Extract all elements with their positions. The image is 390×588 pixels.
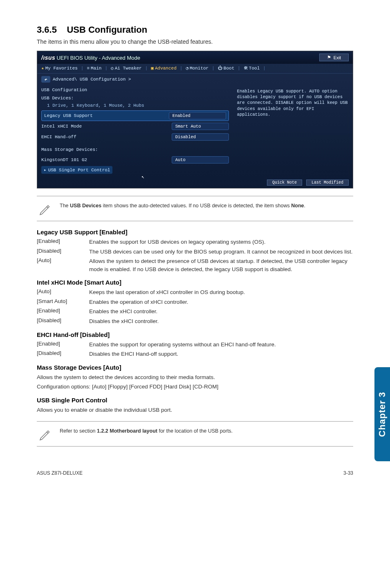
usb-single-line1: Allows you to enable or disable the indi… <box>37 406 353 414</box>
ehci-heading: EHCI Hand-off [Disabled] <box>37 331 353 338</box>
opt-val: Enables the support for operating system… <box>89 341 353 349</box>
pencil-icon <box>37 426 53 442</box>
star-icon <box>41 65 44 71</box>
page-footer: ASUS Z87I-DELUXE 3-33 <box>0 470 390 486</box>
ehci-value[interactable]: Disabled <box>172 133 229 141</box>
opt-key: [Disabled] <box>37 248 82 254</box>
opt-xhci-enabled: [Enabled]Enables the xHCI controller. <box>37 307 353 316</box>
row-usb-single-port[interactable]: ▸ USB Single Port Control <box>41 166 112 174</box>
tab-advanced-label: Advanced <box>155 66 177 71</box>
ehci-label: EHCI Hand-off <box>41 135 172 139</box>
pencil-icon <box>37 200 53 217</box>
cursor-icon: ↖ <box>141 174 144 180</box>
kingston-label: KingstonDT 101 G2 <box>41 157 172 162</box>
flag-icon <box>327 55 331 60</box>
tab-advanced[interactable]: Advanced <box>151 65 176 71</box>
opt-legacy-enabled: [Enabled]Enables the support for USB dev… <box>37 238 353 246</box>
opt-ehci-disabled: [Disabled]Disables the EHCI Hand-off sup… <box>37 350 353 358</box>
opt-val: Keeps the last operation of xHCI control… <box>89 288 353 296</box>
opt-val: Disables the xHCI controller. <box>89 317 353 325</box>
opt-key: [Enabled] <box>37 341 82 347</box>
bios-titlebar: /ısus UEFI BIOS Utility - Advanced Mode … <box>37 51 353 64</box>
opt-xhci-disabled: [Disabled]Disables the xHCI controller. <box>37 317 353 325</box>
row-xhci-mode[interactable]: Intel xHCI Mode Smart Auto <box>41 121 229 132</box>
opt-val: Allows the system to detect the presence… <box>89 257 353 273</box>
monitor-icon <box>186 65 188 71</box>
kingston-value[interactable]: Auto <box>172 156 229 164</box>
xhci-heading: Intel xHCI Mode [Smart Auto] <box>37 279 353 286</box>
bios-footer: Quick Note Last Modified <box>37 178 353 188</box>
note2-text: Refer to section 1.2.2 Motherboard layou… <box>60 426 353 435</box>
usb-devices-label: USB Devices: <box>41 95 229 103</box>
exit-button[interactable]: Exit <box>319 54 349 61</box>
note-motherboard-layout: Refer to section 1.2.2 Motherboard layou… <box>37 421 353 447</box>
opt-key: [Enabled] <box>37 238 82 244</box>
footer-page-number: 3-33 <box>343 470 353 476</box>
tab-monitor[interactable]: Monitor <box>186 65 208 71</box>
opt-val: The USB devices can be used only for the… <box>89 248 353 256</box>
mass-line1: Allows the system to detect the devices … <box>37 373 353 382</box>
note2-post: for the location of the USB ports. <box>157 428 233 434</box>
usb-config-header: USB Configuration <box>41 87 229 95</box>
row-kingston[interactable]: KingstonDT 101 G2 Auto <box>41 155 229 165</box>
bios-brand-logo: /ısus <box>41 54 55 61</box>
note2-pre: Refer to section <box>60 428 97 434</box>
opt-key: [Disabled] <box>37 350 82 356</box>
xhci-label: Intel xHCI Mode <box>41 124 172 129</box>
opt-key: [Disabled] <box>37 317 82 323</box>
opt-key: [Smart Auto] <box>37 298 82 304</box>
note-text: The USB Devices item shows the auto-dete… <box>60 200 353 209</box>
breadcrumb-text: Advanced\ USB Configuration > <box>53 77 131 82</box>
note-bold-none: None <box>291 203 304 209</box>
opt-legacy-auto: [Auto]Allows the system to detect the pr… <box>37 257 353 273</box>
last-modified-button[interactable]: Last Modified <box>306 180 349 186</box>
tab-main-label: Main <box>91 66 101 71</box>
section-number: 3.6.5 <box>37 25 57 35</box>
legacy-usb-value[interactable]: Enabled <box>169 112 226 119</box>
tab-boot[interactable]: Boot <box>218 65 234 71</box>
opt-val: Disables the EHCI Hand-off support. <box>89 350 353 358</box>
bios-screenshot: /ısus UEFI BIOS Utility - Advanced Mode … <box>37 51 353 189</box>
note2-bold: 1.2.2 Motherboard layout <box>97 428 157 434</box>
back-button[interactable]: ↶ <box>41 76 50 83</box>
menu-icon <box>87 66 90 71</box>
tab-ai-tweaker[interactable]: Ai Tweaker <box>111 65 142 71</box>
opt-xhci-smart: [Smart Auto]Enables the operation of xHC… <box>37 298 353 306</box>
chapter-label: Chapter 3 <box>377 392 388 437</box>
opt-val: Enables the operation of xHCI controller… <box>89 298 353 306</box>
opt-xhci-auto: [Auto]Keeps the last operation of xHCI c… <box>37 288 353 296</box>
bios-help-text: Enables Legacy USB support. AUTO option … <box>237 88 349 117</box>
usb-single-port-label: USB Single Port Control <box>48 168 110 173</box>
tab-tool-label: Tool <box>249 66 260 71</box>
bios-help-panel: Enables Legacy USB support. AUTO option … <box>233 85 353 178</box>
exit-label: Exit <box>334 55 341 60</box>
mass-storage-header: Mass Storage Devices: <box>41 146 229 155</box>
quick-note-button[interactable]: Quick Note <box>267 180 302 186</box>
tab-favorites[interactable]: My Favorites <box>41 65 78 71</box>
footer-product: ASUS Z87I-DELUXE <box>37 470 83 476</box>
tab-tool[interactable]: Tool <box>244 65 260 71</box>
opt-key: [Auto] <box>37 257 82 263</box>
row-legacy-usb[interactable]: Legacy USB Support Enabled <box>41 110 229 121</box>
note-usb-devices: The USB Devices item shows the auto-dete… <box>37 196 353 221</box>
opt-val: Enables the xHCI controller. <box>89 307 353 316</box>
ai-icon <box>111 65 114 71</box>
opt-key: [Auto] <box>37 288 82 294</box>
tab-favorites-label: My Favorites <box>45 66 78 71</box>
mass-line2: Configuration options: [Auto] [Floppy] [… <box>37 383 353 391</box>
xhci-value[interactable]: Smart Auto <box>172 123 229 130</box>
section-heading: 3.6.5 USB Configuration <box>37 25 353 35</box>
usb-single-heading: USB Single Port Control <box>37 397 353 404</box>
breadcrumb: ↶ Advanced\ USB Configuration > <box>37 74 353 85</box>
opt-val: Enables the support for USB devices on l… <box>89 238 353 246</box>
usb-devices-list: 1 Drive, 1 Keyboard, 1 Mouse, 2 Hubs <box>41 103 229 110</box>
chapter-side-tab: Chapter 3 <box>374 367 390 461</box>
row-ehci-handoff[interactable]: EHCI Hand-off Disabled <box>41 132 229 142</box>
tool-icon <box>244 66 248 71</box>
power-icon <box>218 65 222 71</box>
bios-mode-text: UEFI BIOS Utility - Advanced Mode <box>56 55 140 61</box>
mass-storage-heading: Mass Storage Devices [Auto] <box>37 364 353 371</box>
tab-monitor-label: Monitor <box>190 66 208 71</box>
advanced-icon <box>151 65 154 71</box>
tab-main[interactable]: Main <box>87 65 101 71</box>
